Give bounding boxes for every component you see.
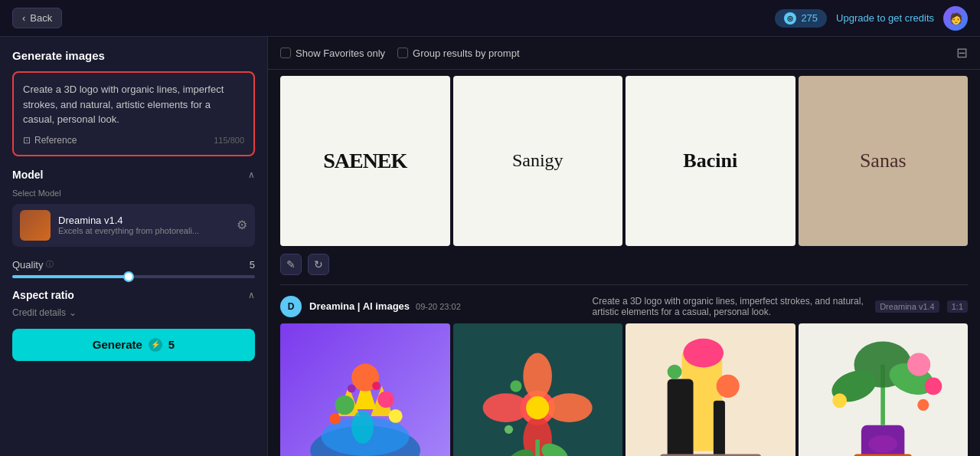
image-card-art-2[interactable] bbox=[453, 323, 623, 457]
generate-button[interactable]: Generate ⚡ 5 bbox=[12, 329, 255, 361]
prompt-footer: ⊡ Reference 115/800 bbox=[23, 135, 244, 146]
group-results-text: Group results by prompt bbox=[413, 48, 519, 59]
image-card-saenek[interactable]: SAENEK bbox=[280, 76, 450, 246]
show-favorites-text: Show Favorites only bbox=[296, 48, 385, 59]
svg-point-6 bbox=[335, 395, 354, 415]
select-model-label: Select Model bbox=[12, 189, 255, 198]
svg-point-28 bbox=[683, 339, 724, 368]
credit-icon: ◎ bbox=[784, 12, 796, 25]
image-card-bacini[interactable]: Bacini bbox=[626, 76, 795, 246]
svg-point-23 bbox=[510, 380, 521, 392]
svg-point-8 bbox=[351, 411, 374, 444]
upgrade-link[interactable]: Upgrade to get credits bbox=[836, 12, 934, 24]
image-card-art-4[interactable] bbox=[799, 323, 969, 457]
quality-label-text: Quality bbox=[12, 259, 43, 271]
model-settings-icon[interactable]: ⚙ bbox=[237, 218, 247, 232]
credits-count: 275 bbox=[801, 12, 818, 24]
credit-details-label: Credit details bbox=[12, 307, 66, 318]
reference-button[interactable]: ⊡ Reference bbox=[23, 135, 77, 146]
refresh-icon-button-1[interactable]: ↻ bbox=[308, 254, 329, 275]
svg-point-41 bbox=[925, 378, 942, 395]
topbar-right: ◎ 275 Upgrade to get credits 🧑 bbox=[775, 6, 968, 31]
gen-title: Dreamina | AI images bbox=[309, 300, 410, 312]
svg-point-17 bbox=[483, 393, 529, 422]
quality-row: Quality ⓘ 5 bbox=[12, 259, 255, 271]
svg-point-10 bbox=[329, 414, 340, 425]
group-results-checkbox[interactable] bbox=[397, 48, 408, 58]
slider-fill bbox=[12, 275, 129, 278]
model-desc: Excels at everything from photoreali... bbox=[58, 226, 229, 235]
model-info: Dreamina v1.4 Excels at everything from … bbox=[58, 215, 229, 235]
edit-icon-button-1[interactable]: ✎ bbox=[280, 254, 302, 275]
logo-text-sanigy: Sanigy bbox=[512, 150, 564, 171]
svg-point-11 bbox=[372, 382, 381, 390]
reference-icon: ⊡ bbox=[23, 135, 31, 146]
prompt-box[interactable]: Create a 3D logo with organic lines, imp… bbox=[12, 71, 255, 156]
aspect-ratio-chevron-icon[interactable]: ∧ bbox=[248, 290, 255, 300]
svg-rect-27 bbox=[667, 379, 693, 456]
logo-text-saenek: SAENEK bbox=[323, 149, 407, 173]
generate-count: ⚡ bbox=[151, 340, 160, 349]
show-favorites-checkbox[interactable] bbox=[280, 48, 291, 58]
svg-point-42 bbox=[832, 393, 847, 408]
svg-point-9 bbox=[388, 409, 402, 423]
svg-point-7 bbox=[377, 392, 394, 408]
generate-count-badge: ⚡ bbox=[149, 338, 162, 352]
image-card-sanigy[interactable]: Sanigy bbox=[453, 76, 623, 246]
group-results-label[interactable]: Group results by prompt bbox=[397, 48, 519, 59]
svg-point-24 bbox=[505, 425, 513, 434]
quality-label: Quality ⓘ bbox=[12, 259, 54, 271]
model-card[interactable]: Dreamina v1.4 Excels at everything from … bbox=[12, 204, 255, 247]
quality-slider[interactable] bbox=[12, 275, 255, 278]
aspect-ratio-title: Aspect ratio bbox=[12, 289, 74, 301]
reference-label: Reference bbox=[34, 135, 77, 146]
content-area: Show Favorites only Group results by pro… bbox=[268, 37, 980, 456]
generate-label: Generate bbox=[93, 338, 142, 351]
char-count: 115/800 bbox=[214, 136, 244, 145]
image-card-sanas[interactable]: Sanas bbox=[799, 76, 969, 246]
sidebar: Generate images Create a 3D logo with or… bbox=[0, 37, 268, 456]
content-toolbar: Show Favorites only Group results by pro… bbox=[268, 37, 980, 70]
svg-point-18 bbox=[547, 393, 593, 422]
image-card-art-3[interactable] bbox=[626, 323, 795, 457]
gen-prompt-text: Create a 3D logo with organic lines, imp… bbox=[593, 296, 868, 317]
model-name: Dreamina v1.4 bbox=[58, 215, 229, 226]
logos-row: SAENEK Sanigy Bacini Sanas bbox=[280, 76, 968, 246]
svg-point-43 bbox=[917, 399, 929, 411]
gen-ratio-badge: 1:1 bbox=[947, 300, 968, 313]
content-scroll[interactable]: SAENEK Sanigy Bacini Sanas ✎ ↻ bbox=[268, 70, 980, 456]
generation-meta: D Dreamina | AI images 09-20 23:02 Creat… bbox=[280, 291, 968, 323]
svg-point-19 bbox=[526, 396, 549, 419]
art-row bbox=[280, 323, 968, 457]
sidebar-title: Generate images bbox=[12, 49, 255, 62]
gen-time: 09-20 23:02 bbox=[416, 302, 461, 311]
model-thumbnail bbox=[20, 210, 51, 241]
svg-point-31 bbox=[667, 365, 681, 379]
credits-badge: ◎ 275 bbox=[775, 9, 827, 28]
image-section: SAENEK Sanigy Bacini Sanas ✎ ↻ bbox=[268, 70, 980, 456]
model-section-header: Model ∧ bbox=[12, 169, 255, 181]
back-label: Back bbox=[30, 12, 52, 24]
model-chevron-icon[interactable]: ∧ bbox=[248, 169, 255, 180]
image-card-art-1[interactable] bbox=[280, 323, 450, 457]
action-bar-1: ✎ ↻ bbox=[280, 251, 968, 281]
show-favorites-label[interactable]: Show Favorites only bbox=[280, 48, 385, 59]
chevron-left-icon: ‹ bbox=[22, 12, 25, 24]
svg-point-44 bbox=[868, 435, 897, 453]
section-divider bbox=[280, 284, 968, 285]
avatar[interactable]: 🧑 bbox=[943, 6, 968, 31]
logo-text-sanas: Sanas bbox=[860, 149, 906, 172]
svg-point-40 bbox=[907, 353, 930, 376]
prompt-text: Create a 3D logo with organic lines, imp… bbox=[23, 82, 244, 127]
aspect-ratio-row: Aspect ratio ∧ bbox=[12, 289, 255, 301]
credit-details-row[interactable]: Credit details ⌄ bbox=[12, 307, 255, 318]
gen-avatar: D bbox=[280, 296, 302, 317]
topbar: ‹ Back ◎ 275 Upgrade to get credits 🧑 bbox=[0, 0, 980, 37]
main-layout: Generate images Create a 3D logo with or… bbox=[0, 37, 980, 456]
svg-point-12 bbox=[347, 385, 355, 393]
credit-details-chevron-icon: ⌄ bbox=[69, 307, 77, 318]
quality-info-icon: ⓘ bbox=[46, 259, 54, 270]
save-icon[interactable]: ⊟ bbox=[956, 44, 968, 61]
back-button[interactable]: ‹ Back bbox=[12, 8, 62, 28]
quality-value: 5 bbox=[250, 259, 255, 271]
